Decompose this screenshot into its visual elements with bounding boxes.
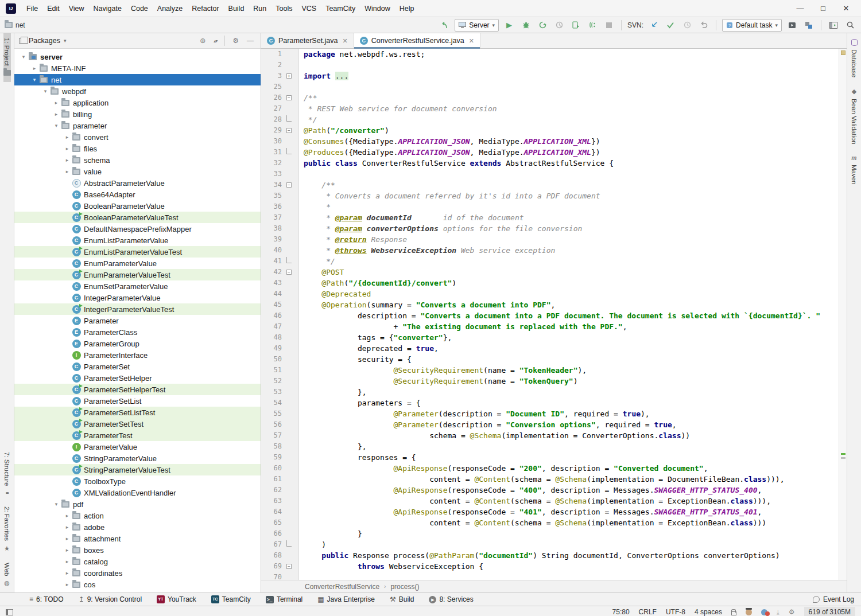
fold-end-icon[interactable]	[286, 540, 292, 547]
menu-code[interactable]: Code	[126, 2, 153, 15]
tree-item-enumlistparametervalue[interactable]: CEnumListParameterValue	[14, 235, 261, 246]
line-ending-indicator[interactable]: CRLF	[639, 608, 657, 616]
thread-dump-icon[interactable]	[586, 19, 599, 32]
chevron-right-icon[interactable]: ▸	[52, 100, 61, 106]
fold-end-icon[interactable]	[286, 257, 292, 263]
code-editor[interactable]: 1package net.webpdf.ws.rest;23+import ..…	[261, 49, 839, 580]
error-stripe[interactable]	[839, 49, 847, 580]
stripe-item-1-project[interactable]: 1: Project	[3, 33, 11, 82]
nav-breadcrumb[interactable]: net	[5, 21, 25, 29]
tree-item-webpdf[interactable]: ▾webpdf	[14, 85, 261, 97]
chevron-down-icon[interactable]: ▾	[41, 88, 50, 94]
tree-item-toolboxtype[interactable]: CToolboxType	[14, 475, 261, 487]
caret-position[interactable]: 75:80	[612, 608, 630, 616]
chevron-right-icon[interactable]: ▸	[52, 111, 61, 117]
run-config-select[interactable]: Server ▾	[455, 19, 499, 32]
chevron-down-icon[interactable]: ▾	[64, 38, 67, 44]
toolwindow-button-9-version-control[interactable]: ↥9: Version Control	[79, 595, 142, 603]
toolwindow-button-youtrack[interactable]: YTYouTrack	[157, 595, 196, 603]
stripe-mark[interactable]	[841, 457, 846, 459]
tree-item-booleanparametervaluetest[interactable]: CBooleanParameterValueTest	[14, 212, 261, 223]
fold-minus-icon[interactable]: −	[286, 564, 292, 569]
menu-edit[interactable]: Edit	[42, 2, 64, 15]
tree-item-coordinates[interactable]: ▸coordinates	[14, 567, 261, 579]
svn-history-button[interactable]	[681, 19, 693, 32]
menu-refactor[interactable]: Refactor	[187, 2, 223, 15]
stripe-mark[interactable]	[841, 453, 846, 455]
chevron-right-icon[interactable]: ▸	[63, 547, 72, 553]
tree-item-enumparametervaluetest[interactable]: CEnumParameterValueTest	[14, 269, 261, 280]
tree-item-cos[interactable]: ▸cos	[14, 579, 261, 590]
tab-parameterset-java[interactable]: CParameterSet.java✕	[261, 33, 354, 48]
stripe-item-2-favorites[interactable]: 2: Favorites★	[3, 502, 10, 557]
tree-item-stringparametervalue[interactable]: CStringParameterValue	[14, 453, 261, 464]
tree-item-meta-inf[interactable]: ▸META-INF	[14, 63, 261, 74]
chevron-right-icon[interactable]: ▸	[63, 513, 72, 518]
tree-item-stringparametervaluetest[interactable]: CStringParameterValueTest	[14, 464, 261, 475]
fold-minus-icon[interactable]: −	[286, 270, 292, 275]
tab-converterrestfulservice-java[interactable]: CConverterRestfulService.java✕	[354, 33, 480, 48]
gear-icon[interactable]: ⚙	[230, 37, 241, 45]
tree-item-parametervalue[interactable]: IParameterValue	[14, 441, 261, 453]
breadcrumb-converterrestfulservice[interactable]: ConverterRestfulService	[305, 583, 379, 591]
tree-item-base64adapter[interactable]: CBase64Adapter	[14, 189, 261, 200]
close-icon[interactable]: ✕	[343, 37, 348, 45]
toolwindow-button-teamcity[interactable]: TCTeamCity	[211, 595, 251, 603]
svn-commit-button[interactable]	[664, 19, 677, 32]
tree-item-schema[interactable]: ▸schema	[14, 154, 261, 166]
tree-item-abstractparametervalue[interactable]: CAbstractParameterValue	[14, 177, 261, 189]
run-button[interactable]: ▶	[503, 19, 515, 32]
highlighting-level-icon[interactable]	[746, 609, 752, 615]
fold-plus-icon[interactable]: +	[286, 73, 292, 79]
menu-navigate[interactable]: Navigate	[89, 2, 126, 15]
toolwindow-button-8-services[interactable]: ▶8: Services	[429, 595, 473, 603]
tree-item-defaultnamespaceprefixmapper[interactable]: CDefaultNamespacePrefixMapper	[14, 223, 261, 235]
chevron-down-icon[interactable]: ▾	[19, 54, 28, 60]
tree-item-integerparametervaluetest[interactable]: CIntegerParameterValueTest	[14, 303, 261, 315]
tree-item-parametersethelpertest[interactable]: CParameterSetHelperTest	[14, 384, 261, 395]
code-with-me-icon[interactable]	[761, 609, 767, 615]
minimize-button[interactable]: —	[789, 2, 812, 14]
tree-item-parametergroup[interactable]: EParameterGroup	[14, 338, 261, 349]
tree-item-convert[interactable]: ▸convert	[14, 131, 261, 143]
stripe-item-database[interactable]: Database	[851, 33, 858, 82]
menu-run[interactable]: Run	[249, 2, 271, 15]
chevron-right-icon[interactable]: ▸	[63, 157, 72, 163]
menu-window[interactable]: Window	[360, 2, 394, 15]
search-everywhere-icon[interactable]	[844, 19, 856, 32]
stripe-item-web[interactable]: Web◍	[3, 558, 10, 592]
download-icon[interactable]: ⤓	[777, 609, 779, 616]
stripe-item-maven[interactable]: mMaven	[851, 149, 858, 189]
breadcrumb-process-[interactable]: process()	[390, 583, 419, 591]
tree-item-action[interactable]: ▸action	[14, 510, 261, 521]
chevron-right-icon[interactable]: ▸	[63, 146, 72, 151]
locate-file-icon[interactable]: ⊕	[197, 37, 208, 45]
hide-panel-icon[interactable]: —	[245, 37, 256, 45]
tree-item-parametertest[interactable]: CParameterTest	[14, 430, 261, 441]
tree-item-parameter[interactable]: EParameter	[14, 315, 261, 326]
open-task-icon[interactable]	[786, 19, 798, 32]
tree-item-parameterinterface[interactable]: IParameterInterface	[14, 349, 261, 361]
project-view-select[interactable]: Packages	[29, 37, 60, 45]
tree-item-catalog[interactable]: ▸catalog	[14, 556, 261, 567]
gear-question-icon[interactable]: ⚙	[789, 608, 795, 616]
chevron-right-icon[interactable]: ▸	[63, 524, 72, 530]
task-select[interactable]: ? Default task ▾	[722, 19, 782, 32]
tree-item-parameter[interactable]: ▾parameter	[14, 120, 261, 131]
fold-end-icon[interactable]	[286, 115, 292, 122]
stripe-item-bean-validation[interactable]: ◆Bean Validation	[851, 82, 858, 149]
fold-end-icon[interactable]	[286, 148, 292, 154]
back-arrow-icon[interactable]	[438, 19, 451, 32]
tree-item-application[interactable]: ▸application	[14, 97, 261, 108]
inspection-indicator-icon[interactable]	[841, 50, 846, 55]
fold-minus-icon[interactable]: −	[286, 182, 292, 188]
collapse-all-icon[interactable]: ▴▾	[211, 38, 219, 44]
tree-item-net[interactable]: ▾net	[14, 74, 261, 85]
toolwindow-button-java-enterprise[interactable]: ▦Java Enterprise	[317, 595, 375, 603]
tree-item-enumparametervalue[interactable]: CEnumParameterValue	[14, 258, 261, 269]
chevron-right-icon[interactable]: ▸	[30, 65, 39, 71]
tree-item-boxes[interactable]: ▸boxes	[14, 544, 261, 556]
menu-analyze[interactable]: Analyze	[153, 2, 187, 15]
toolwindow-toggle-icon[interactable]	[6, 609, 13, 615]
chevron-right-icon[interactable]: ▸	[63, 134, 72, 140]
